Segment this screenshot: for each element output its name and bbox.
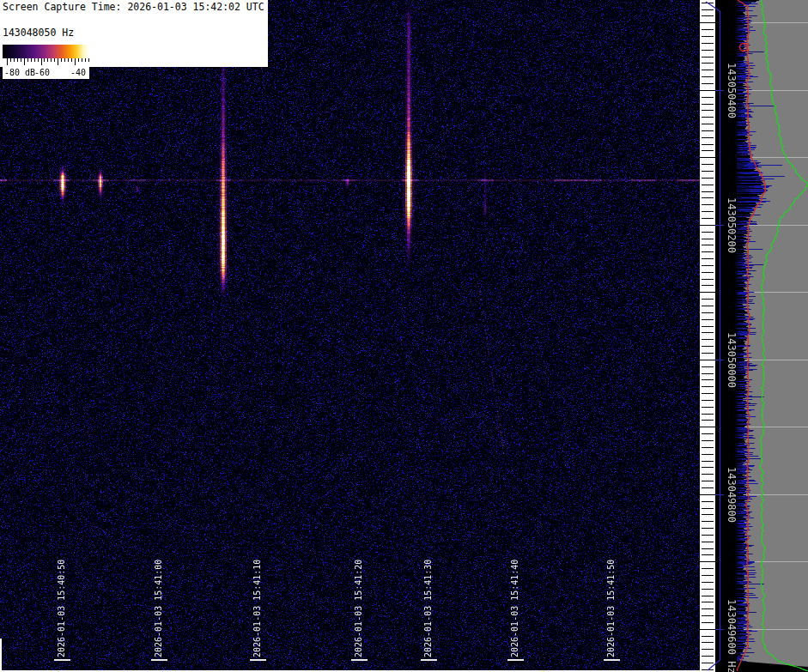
colorbar-tick <box>78 58 79 62</box>
colorbar-tick <box>10 58 11 62</box>
colorbar-tick <box>82 58 82 62</box>
colorbar-tick <box>21 58 21 62</box>
center-frequency-text: 143048050 Hz <box>3 27 74 39</box>
colorbar-tick <box>88 58 89 62</box>
time-axis-label: 2026-01-03 15:41:50 <box>606 560 617 657</box>
colorbar-tick <box>51 58 52 62</box>
colorbar-tick <box>38 58 39 62</box>
colorbar-tick <box>41 58 42 65</box>
colorbar-tick <box>17 58 18 62</box>
colorbar-tick <box>75 58 76 65</box>
colorbar-tick <box>85 58 86 62</box>
frequency-axis-label: 143050200 <box>726 197 737 253</box>
colorbar-tick <box>14 58 15 62</box>
frequency-ruler-and-spectrum-panel-canvas <box>700 0 808 672</box>
colorbar-tick <box>44 58 45 62</box>
colorbar-tick <box>34 58 35 62</box>
colorbar-tick <box>31 58 32 62</box>
colorbar-tick <box>58 58 58 65</box>
time-axis-tick <box>351 659 368 661</box>
capture-time-text: Screen Capture Time: 2026-01-03 15:42:02… <box>3 1 264 13</box>
colorbar-tick <box>47 58 48 62</box>
time-axis-label: 2026-01-03 15:41:20 <box>354 560 364 657</box>
colorbar-tick <box>71 58 72 62</box>
colorbar-tick <box>54 58 55 62</box>
colorbar-scale: -80 dB-60-40 <box>3 58 89 79</box>
time-axis-tick <box>507 659 524 661</box>
time-axis-label: 2026-01-03 15:41:00 <box>154 560 164 657</box>
time-axis-label: 2026-01-03 15:40:50 <box>57 560 67 657</box>
colorbar-tick <box>24 58 25 65</box>
frequency-axis-label: 143049800 <box>726 467 737 523</box>
colorbar-tick <box>61 58 62 62</box>
time-axis-tick <box>250 659 266 661</box>
time-axis-tick <box>421 659 437 661</box>
intensity-colorbar-legend: -80 dB-60-40 <box>3 45 89 79</box>
colorbar-tick <box>7 58 8 65</box>
time-axis-tick <box>54 659 70 661</box>
frequency-axis-label: 143050000 <box>726 332 737 388</box>
frequency-axis-label: 143050400 <box>726 63 737 118</box>
colorbar-tick <box>64 58 65 62</box>
time-axis-tick <box>151 659 167 661</box>
time-axis-label: 2026-01-03 15:41:30 <box>423 560 434 657</box>
colorbar-label: -80 dB <box>4 68 35 77</box>
frequency-axis-label: 143049600 Hz <box>726 599 737 672</box>
meteor-spectrogram-screen-capture: 2026-01-03 15:40:502026-01-03 15:41:0020… <box>0 0 808 672</box>
time-axis-label: 2026-01-03 15:41:40 <box>510 560 520 657</box>
spectrogram-waterfall-canvas <box>0 0 700 672</box>
colorbar-label: -60 <box>34 68 50 77</box>
colorbar-label: -40 <box>70 68 86 77</box>
colorbar-gradient <box>3 45 89 58</box>
window-border-left <box>0 639 2 672</box>
colorbar-tick <box>68 58 69 62</box>
time-axis-label: 2026-01-03 15:41:10 <box>252 560 263 657</box>
colorbar-tick <box>27 58 28 62</box>
time-axis-tick <box>604 659 620 661</box>
